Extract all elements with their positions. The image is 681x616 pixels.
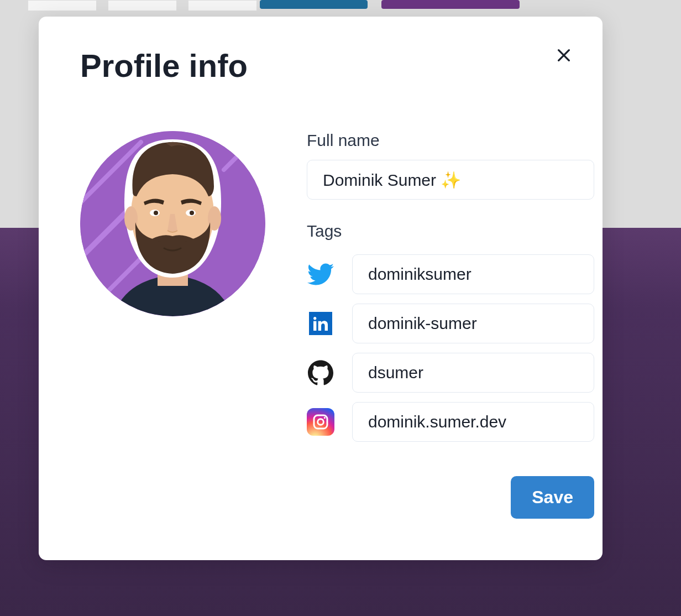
profile-info-modal: Profile info [39,17,603,560]
linkedin-input[interactable] [352,304,594,343]
close-button[interactable] [553,44,575,66]
modal-title: Profile info [80,47,561,84]
save-button[interactable]: Save [511,476,594,519]
instagram-icon [307,408,334,436]
linkedin-icon [307,310,334,337]
tag-row-instagram [307,402,594,442]
avatar[interactable] [80,131,265,316]
twitter-icon [307,260,334,288]
instagram-input[interactable] [352,402,594,442]
full-name-input[interactable] [307,160,594,200]
svg-point-17 [190,211,194,215]
tags-label: Tags [307,222,594,241]
svg-point-15 [154,211,158,215]
twitter-input[interactable] [352,254,594,294]
github-input[interactable] [352,353,594,393]
background-button-purple [381,0,520,9]
background-button-blue [260,0,368,9]
full-name-label: Full name [307,131,594,150]
svg-line-9 [224,131,265,170]
svg-point-20 [324,417,326,419]
tag-row-github [307,353,594,393]
close-icon [555,46,573,64]
github-icon [307,359,334,387]
svg-point-19 [318,419,324,425]
avatar-illustration [80,131,265,316]
tag-row-linkedin [307,304,594,343]
tag-row-twitter [307,254,594,294]
